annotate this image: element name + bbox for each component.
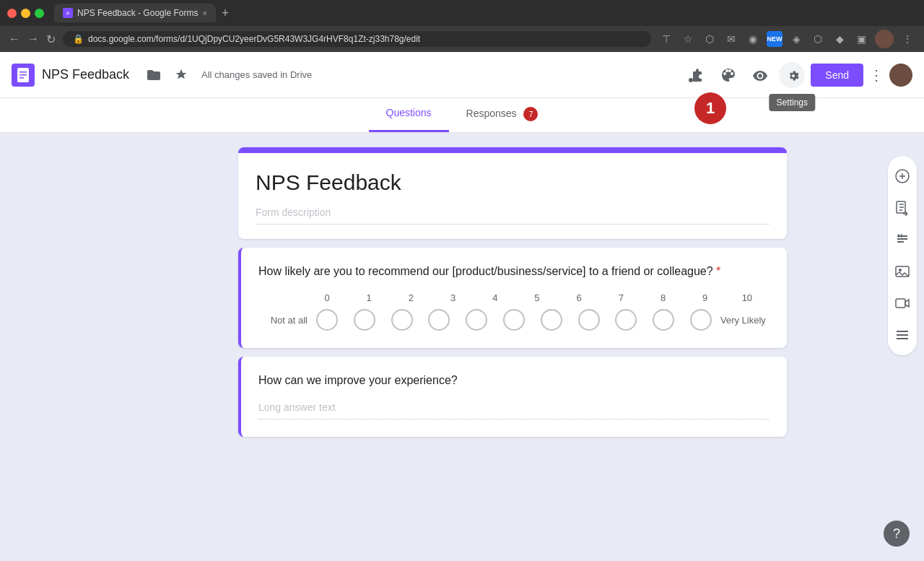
extension-icon-4[interactable]: ⬡ [810, 31, 826, 47]
add-question-button[interactable] [888, 162, 917, 191]
form-title: NPS Feedback [256, 170, 770, 195]
required-star-1: * [716, 265, 720, 277]
forms-logo-icon [12, 64, 35, 87]
scale-radio-1[interactable] [354, 309, 375, 331]
mail-icon[interactable]: ✉ [723, 31, 739, 47]
settings-tooltip: Settings [770, 94, 815, 111]
refresh-button[interactable]: ↻ [46, 32, 56, 46]
maximize-window-button[interactable] [35, 9, 44, 18]
scale-num-10: 10 [736, 292, 758, 303]
help-icon: ? [893, 526, 900, 542]
question-card-2: How can we improve your experience? Long… [238, 357, 787, 437]
active-browser-tab[interactable]: ≡ NPS Feedback - Google Forms × [54, 4, 216, 22]
browser-more-button[interactable]: ⋮ [899, 31, 915, 47]
add-title-button[interactable] [888, 225, 917, 254]
scale-radio-0[interactable] [316, 309, 338, 331]
form-description-placeholder[interactable]: Form description [256, 206, 770, 225]
import-questions-button[interactable] [888, 193, 917, 222]
svg-rect-8 [896, 299, 905, 308]
lock-icon: 🔒 [73, 34, 84, 44]
left-spacer [0, 147, 144, 549]
scale-num-6: 6 [568, 292, 590, 303]
help-button[interactable]: ? [884, 521, 910, 547]
question-1-text: How likely are you to recommend our [pro… [258, 265, 770, 278]
extension-icon-3[interactable]: ◈ [788, 31, 804, 47]
header-right-icons: Settings Send ⋮ [684, 62, 912, 88]
minimize-window-button[interactable] [21, 9, 30, 18]
forms-header: NPS Feedback All changes saved in Drive … [0, 52, 924, 98]
scale-radio-5[interactable] [503, 309, 525, 331]
new-badge-icon[interactable]: NEW [767, 31, 783, 47]
scale-radio-4[interactable] [466, 309, 487, 331]
browser-user-avatar[interactable] [875, 30, 894, 48]
header-more-button[interactable]: ⋮ [869, 66, 884, 84]
tab-questions[interactable]: Questions [369, 98, 449, 132]
scale-num-3: 3 [443, 292, 464, 303]
question-card-1: How likely are you to recommend our [pro… [238, 248, 787, 348]
extension-icon-6[interactable]: ▣ [853, 31, 869, 47]
question-2-text: How can we improve your experience? [258, 374, 770, 387]
scale-radio-2[interactable] [391, 309, 413, 331]
new-tab-button[interactable]: + [219, 6, 232, 21]
scale-num-8: 8 [653, 292, 674, 303]
url-bar[interactable]: 🔒 docs.google.com/forms/d/1UQjDpyCU2yeer… [63, 31, 651, 47]
scale-radio-10[interactable] [690, 309, 712, 331]
add-video-button[interactable] [888, 289, 917, 318]
star-button[interactable] [170, 64, 193, 87]
long-answer-placeholder[interactable]: Long answer text [258, 401, 770, 419]
forms-logo-area: NPS Feedback [12, 64, 193, 87]
scale-num-7: 7 [610, 292, 632, 303]
preview-button[interactable] [747, 62, 773, 88]
url-text: docs.google.com/forms/d/1UQjDpyCU2yeerDv… [88, 34, 420, 44]
tab-responses[interactable]: Responses 7 [449, 98, 556, 132]
forms-title: NPS Feedback [42, 67, 129, 82]
question-2-inner: How can we improve your experience? Long… [241, 357, 787, 437]
bookmark-icon[interactable]: ☆ [680, 31, 696, 47]
scale-options-row: Not at all Very Likely [258, 309, 770, 331]
responses-badge: 7 [523, 107, 538, 121]
scale-radio-9[interactable] [653, 309, 674, 331]
svg-point-7 [899, 269, 902, 271]
scale-num-4: 4 [484, 292, 506, 303]
scale-radio-3[interactable] [428, 309, 450, 331]
scale-num-9: 9 [694, 292, 716, 303]
scale-radio-6[interactable] [541, 309, 562, 331]
scale-radio-7[interactable] [578, 309, 600, 331]
form-title-card: NPS Feedback Form description [238, 147, 787, 239]
settings-button[interactable]: Settings [779, 62, 805, 88]
address-bar: ← → ↻ 🔒 docs.google.com/forms/d/1UQjDpyC… [0, 26, 924, 52]
notification-badge[interactable]: 1 [694, 92, 726, 124]
extension-icon-2[interactable]: ◉ [745, 31, 761, 47]
forward-button[interactable]: → [27, 32, 39, 45]
toolbar-card [888, 156, 917, 355]
tab-title: NPS Feedback - Google Forms [77, 8, 198, 18]
tab-close-button[interactable]: × [202, 9, 206, 17]
add-image-button[interactable] [888, 257, 917, 286]
scale-radios [316, 309, 712, 331]
scale-radio-8[interactable] [615, 309, 637, 331]
extension-icon-5[interactable]: ◆ [832, 31, 847, 47]
scale-right-label: Very Likely [712, 315, 770, 326]
add-section-button[interactable] [888, 321, 917, 349]
svg-rect-3 [19, 77, 24, 79]
title-card-inner: NPS Feedback Form description [238, 153, 787, 239]
send-button[interactable]: Send [811, 64, 863, 87]
question-1-inner: How likely are you to recommend our [pro… [241, 248, 787, 348]
svg-rect-2 [19, 74, 27, 76]
address-bar-icons: ⊤ ☆ ⬡ ✉ ◉ NEW ◈ ⬡ ◆ ▣ ⋮ [658, 30, 915, 48]
main-content: NPS Feedback Form description How likely… [0, 133, 924, 561]
close-window-button[interactable] [7, 9, 17, 18]
traffic-lights [7, 9, 44, 18]
back-button[interactable]: ← [9, 32, 20, 45]
addons-button[interactable] [684, 62, 710, 88]
tab-favicon: ≡ [63, 8, 73, 18]
translate-icon[interactable]: ⊤ [658, 31, 674, 47]
user-avatar[interactable] [889, 64, 912, 87]
header-file-icons [142, 64, 193, 87]
extension-icon-1[interactable]: ⬡ [702, 31, 718, 47]
form-area: NPS Feedback Form description How likely… [144, 147, 881, 549]
palette-button[interactable] [715, 62, 741, 88]
tab-bar: ≡ NPS Feedback - Google Forms × + [54, 4, 917, 22]
folder-button[interactable] [142, 64, 165, 87]
scale-numbers-row: 0 1 2 3 4 5 6 7 8 9 10 [316, 292, 758, 309]
